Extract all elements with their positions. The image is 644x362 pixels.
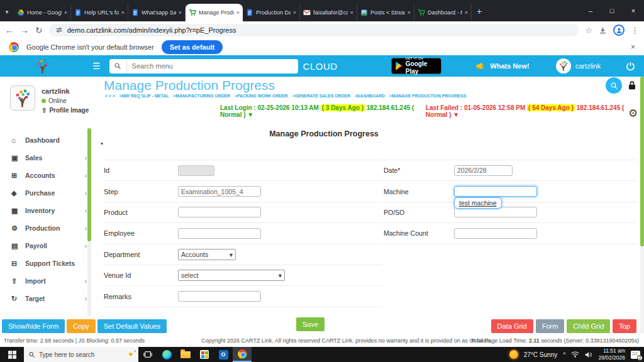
tab-close-icon[interactable]: × — [408, 9, 411, 16]
sidebar-item-dashboard[interactable]: ⌂Dashboard — [0, 131, 94, 149]
forward-button[interactable]: → — [20, 25, 29, 35]
tab-close-icon[interactable]: × — [64, 9, 67, 16]
tab-close-icon[interactable]: × — [179, 9, 182, 16]
settings-gear-icon[interactable]: ⚙ — [628, 107, 638, 120]
browser-tab[interactable]: Dashboard - Pow × — [414, 4, 472, 21]
remarks-input[interactable] — [178, 291, 261, 302]
outlook-app-icon[interactable]: O — [214, 347, 233, 362]
lock-icon[interactable] — [628, 80, 636, 90]
browser-tab[interactable]: faisaltahir@cartzli × — [300, 4, 357, 21]
sidebar-item-import[interactable]: ⇧Import› — [0, 272, 94, 290]
save-button[interactable]: Save — [296, 317, 325, 331]
page-search-button[interactable] — [606, 77, 622, 94]
address-bar[interactable]: demo.cartzlink.com/admin/indexyii.php?r=… — [49, 24, 579, 36]
edge-app-icon[interactable] — [157, 347, 176, 362]
speaker-icon[interactable] — [585, 351, 592, 358]
venue-id-select[interactable]: select▾ — [178, 270, 285, 281]
breadcrumb-item[interactable]: >MIR REQ SLIP - METAL — [119, 94, 169, 98]
sidebar-item-payroll[interactable]: ▤Payroll› — [0, 237, 94, 255]
banner-close-icon[interactable]: × — [631, 43, 635, 52]
tab-close-icon[interactable]: × — [350, 9, 353, 16]
page-scrollbar-thumb[interactable] — [640, 77, 644, 246]
sidebar-scrollbar[interactable] — [87, 128, 91, 317]
hamburger-menu-icon[interactable]: ☰ — [92, 61, 101, 71]
form-button[interactable]: Form — [536, 319, 565, 333]
weather-text[interactable]: 27°C Sunny — [524, 351, 557, 358]
notification-center-icon[interactable]: 2 — [631, 351, 640, 359]
page-scrollbar[interactable] — [640, 77, 644, 333]
weather-sun-icon[interactable] — [509, 350, 518, 359]
breadcrumb-item[interactable]: >MANAGE PRODUCTION PROGRESS — [389, 94, 466, 98]
caret-down-icon[interactable]: ▼ — [453, 111, 459, 118]
step-input[interactable] — [178, 186, 261, 197]
sidebar-item-accounts[interactable]: ⊞Accounts› — [0, 167, 94, 184]
task-view-button[interactable] — [138, 347, 157, 362]
browser-tab[interactable]: Home - Google D × — [14, 4, 71, 21]
sidebar-item-purchase[interactable]: ◈Purchase› — [0, 184, 94, 202]
breadcrumb-item[interactable]: >DASHBOARD — [355, 94, 385, 98]
browser-tab-active[interactable]: Manage Productio × — [186, 4, 243, 21]
window-maximize-button[interactable]: □ — [601, 0, 623, 21]
browser-tab[interactable]: Help URL's for ERF × — [71, 4, 128, 21]
browser-tab[interactable]: What'sapp Sales N × — [128, 4, 186, 21]
breadcrumb-item[interactable]: >PACKING WORK ORDER — [235, 94, 288, 98]
window-minimize-button[interactable]: – — [580, 0, 601, 21]
browser-tab[interactable]: Posts < Streamline × — [357, 4, 414, 21]
chrome-menu-icon[interactable]: ⋮ — [631, 26, 639, 35]
file-explorer-app-icon[interactable] — [176, 347, 195, 362]
sidebar-item-support-tickets[interactable]: ⊟Support Tickets — [0, 255, 94, 272]
new-tab-button[interactable]: + — [472, 6, 488, 21]
sidebar-scrollbar-thumb[interactable] — [87, 128, 91, 241]
profile-image-upload[interactable]: ⇧Profile Image — [42, 107, 89, 114]
start-button[interactable] — [0, 347, 24, 362]
data-grid-button[interactable]: Data Grid — [491, 319, 533, 333]
wifi-icon[interactable] — [571, 351, 579, 358]
copy-button[interactable]: Copy — [67, 319, 96, 333]
tab-close-icon[interactable]: × — [465, 9, 468, 16]
browser-tab[interactable]: Production Data E × — [243, 4, 300, 21]
whats-new-link[interactable]: Whats New! — [476, 62, 529, 70]
sidebar-item-inventory[interactable]: ▦Inventory› — [0, 202, 94, 219]
reload-button[interactable]: ↻ — [35, 25, 43, 35]
sidebar-item-sales[interactable]: ▣Sales› — [0, 149, 94, 167]
chevron-right-icon: › — [85, 295, 87, 302]
downloads-icon[interactable] — [599, 26, 607, 35]
window-close-button[interactable]: × — [623, 0, 644, 21]
menu-search-input[interactable] — [127, 62, 298, 70]
account-menu[interactable]: cartzlink — [556, 58, 601, 74]
profile-image[interactable] — [10, 85, 35, 111]
child-grid-button[interactable]: Child Grid — [567, 319, 610, 333]
profile-avatar[interactable] — [613, 25, 625, 36]
bookmark-star-icon[interactable]: ☆ — [585, 26, 592, 35]
machine-suggestion-option[interactable]: test machine — [454, 197, 502, 209]
chrome-app-icon[interactable] — [233, 347, 252, 362]
taskbar-search-box[interactable]: Type here to search ✦✦ — [24, 347, 138, 362]
tab-close-icon[interactable]: × — [293, 9, 296, 16]
microsoft-store-app-icon[interactable] — [195, 347, 214, 362]
show-hide-form-button[interactable]: Show/hide Form — [2, 319, 65, 333]
date-input[interactable] — [454, 165, 513, 176]
tray-expand-icon[interactable]: ^ — [563, 351, 565, 358]
sidebar-item-target[interactable]: ↻Target› — [0, 290, 94, 307]
po-so-input[interactable] — [454, 207, 537, 217]
breadcrumb-item[interactable]: >GENERATE SALES ORDER — [292, 94, 350, 98]
breadcrumb-item[interactable]: >MANUFACTURING ORDER — [174, 94, 230, 98]
machine-count-input[interactable] — [454, 228, 537, 239]
set-default-values-button[interactable]: Set Default Values — [97, 319, 167, 333]
department-select[interactable]: Accounts▾ — [178, 249, 236, 260]
tab-close-icon[interactable]: × — [121, 9, 125, 16]
product-input[interactable] — [178, 207, 261, 217]
tab-search-icon[interactable]: ▾ — [0, 9, 14, 21]
power-icon[interactable] — [626, 62, 635, 71]
sidebar-item-production[interactable]: ⚙Production› — [0, 219, 94, 237]
top-button[interactable]: Top — [613, 319, 636, 333]
tab-close-icon[interactable]: × — [236, 9, 240, 16]
back-button[interactable]: ← — [5, 25, 14, 35]
set-as-default-button[interactable]: Set as default — [162, 40, 223, 54]
employee-input[interactable] — [178, 228, 261, 239]
machine-input[interactable] — [454, 186, 537, 197]
taskbar-clock[interactable]: 11:51 am 28/02/2026 — [598, 348, 625, 361]
caret-down-icon[interactable]: ▼ — [247, 111, 253, 118]
menu-search-box[interactable] — [109, 59, 298, 74]
google-play-badge[interactable]: GET IT ON Google Play — [391, 58, 441, 74]
